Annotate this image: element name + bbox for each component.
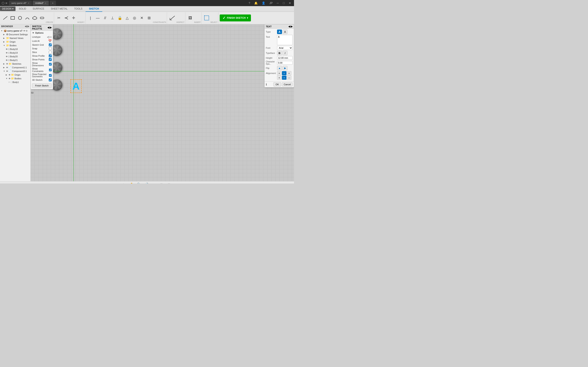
align-mid-center[interactable]: ≡	[282, 76, 286, 80]
origin2-vis[interactable]: 👁	[9, 74, 11, 76]
root-settings[interactable]: ⚙	[26, 30, 27, 32]
sketch-grid-checkbox[interactable]	[49, 43, 52, 46]
view-zoom-button[interactable]: 🔍	[136, 182, 142, 184]
viewport[interactable]: A 75 50 TOP X Z SKETCH PALETTE	[31, 24, 294, 181]
parallel-button[interactable]: //	[102, 16, 109, 21]
type-btn-2[interactable]: A	[283, 30, 287, 34]
body21-vis[interactable]: 👁	[6, 59, 8, 61]
arc-tool-button[interactable]	[24, 16, 31, 20]
view-grid-button[interactable]: ⊞▾	[159, 182, 165, 184]
slice-checkbox[interactable]	[49, 51, 52, 54]
tab-sheet-metal[interactable]: SHEET METAL	[48, 6, 71, 12]
palette-options-title[interactable]: ▼ Options	[32, 32, 52, 34]
tangent-button[interactable]: ◎	[131, 15, 138, 21]
view-orbit-menu[interactable]: ⊕▾	[121, 182, 127, 184]
3d-sketch-checkbox[interactable]	[49, 78, 52, 81]
type-btn-1[interactable]: A	[277, 30, 282, 34]
show-dimensions-checkbox[interactable]	[49, 63, 52, 66]
tree-sketches[interactable]: ▶ 👁 📁 Sketches	[0, 62, 30, 66]
tree-body21[interactable]: 👁 □ Body21	[0, 58, 30, 62]
text-input-field[interactable]: A	[277, 35, 293, 45]
perp-button[interactable]: ⊥	[109, 15, 116, 21]
tab-solid[interactable]: SOLID	[16, 6, 29, 12]
align-mid-left[interactable]: ≡	[277, 76, 282, 80]
lock-button[interactable]: 🔒	[116, 15, 123, 21]
align-top-left[interactable]: ≡	[277, 71, 282, 75]
circle-tool-button[interactable]	[16, 16, 24, 20]
tree-body20[interactable]: 👁 □ Body20	[0, 55, 30, 58]
view-pan-button[interactable]: ✋	[129, 182, 135, 184]
tab1-close-icon[interactable]: ✕	[28, 2, 29, 4]
view-zoom-menu[interactable]: 🔎▾	[144, 182, 151, 184]
font-select[interactable]: Arial	[277, 46, 293, 50]
show-projected-checkbox[interactable]	[49, 74, 52, 77]
slot-tool-button[interactable]	[38, 16, 46, 20]
root-eye[interactable]: 👁	[23, 30, 25, 32]
align-top-center[interactable]: ≡	[282, 71, 286, 75]
help-button[interactable]: ?	[247, 1, 251, 5]
tree-root[interactable]: ▼ 📦 sorry game v7 👁 ⚙	[0, 29, 30, 33]
tree-body19[interactable]: 👁 □ Body19	[0, 51, 30, 55]
palette-expand-icon[interactable]: ▶	[50, 26, 52, 29]
tree-origin-2[interactable]: ▶ 👁 📁 Origin	[0, 73, 30, 77]
line-tool-button[interactable]	[2, 16, 9, 21]
browser-expand-icon[interactable]: ▶	[27, 25, 29, 28]
tree-body18[interactable]: 👁 □ Body18	[0, 47, 30, 51]
design-mode-button[interactable]: DESIGN ▾	[0, 7, 16, 11]
tree-body1[interactable]: 👁 □ Body1	[0, 80, 30, 84]
sketches-vis[interactable]: 👁	[6, 63, 8, 65]
text-panel-collapse[interactable]: ◀	[288, 25, 290, 28]
show-points-checkbox[interactable]	[49, 58, 52, 61]
select-button[interactable]	[203, 15, 210, 21]
coincident-button[interactable]: |	[87, 16, 94, 21]
polygon-tool-button[interactable]	[31, 16, 38, 20]
tree-document-settings[interactable]: ▶ ⚙ Document Settings	[0, 33, 30, 36]
tab-tools[interactable]: TOOLS	[71, 6, 86, 12]
body18-vis[interactable]: 👁	[6, 48, 8, 50]
view-display-button[interactable]: □▾	[153, 182, 158, 184]
tree-component1[interactable]: ▶ 👁 📄 Component1:1	[0, 66, 30, 69]
extend-tool-button[interactable]	[63, 16, 70, 20]
align-mid-right[interactable]: —	[287, 76, 291, 80]
tab2-close-icon[interactable]: ✕	[45, 2, 46, 4]
linetype-dashed-icon[interactable]: ○	[50, 35, 52, 39]
tree-bodies-2[interactable]: ▼ 👁 📁 Bodies	[0, 77, 30, 80]
view-layout-button[interactable]: ⊟▾	[167, 182, 173, 184]
palette-collapse-icon[interactable]: ◀	[47, 26, 49, 29]
move-tool-button[interactable]: ✛	[70, 15, 77, 21]
maximize-button[interactable]: □	[282, 1, 286, 5]
tab-sketch[interactable]: SKETCH	[86, 6, 102, 12]
measure-button[interactable]	[168, 15, 176, 21]
close-button[interactable]: ✕	[287, 1, 292, 5]
image-insert-button[interactable]: 🖼	[187, 16, 194, 21]
collinear-button[interactable]: —	[94, 16, 102, 21]
cancel-button[interactable]: Cancel	[282, 82, 293, 86]
height-input[interactable]	[277, 56, 293, 60]
midpoint-button[interactable]: ⊞	[146, 15, 153, 21]
flip-vertical-button[interactable]: ▲	[277, 66, 282, 70]
snap-checkbox[interactable]	[49, 47, 52, 50]
user-initials-button[interactable]: JP	[268, 1, 274, 5]
look-at-icon[interactable]: 📅	[48, 39, 52, 43]
bodies2-vis[interactable]: 👁	[9, 77, 11, 80]
show-constraints-checkbox[interactable]	[49, 68, 52, 71]
rect-tool-button[interactable]	[9, 16, 16, 20]
italic-button[interactable]: I	[283, 51, 287, 55]
show-profile-checkbox[interactable]	[49, 54, 52, 57]
body1-vis[interactable]: 👁	[8, 81, 10, 83]
text-panel-expand[interactable]: ▶	[291, 25, 293, 28]
finish-sketch-palette-button[interactable]: Finish Sketch	[32, 83, 52, 88]
tab-surface[interactable]: SURFACE	[29, 6, 48, 12]
ok-button[interactable]: OK	[273, 82, 281, 86]
comp3-vis[interactable]: 👁	[6, 70, 8, 72]
trim-tool-button[interactable]: ✂	[55, 15, 63, 21]
equal-button[interactable]: △	[123, 15, 131, 21]
minimize-button[interactable]: ─	[276, 1, 280, 5]
comp1-vis[interactable]: 👁	[6, 67, 8, 69]
char-spacing-input[interactable]	[277, 61, 293, 65]
tree-origin-1[interactable]: ▶ 📁 Origin	[0, 40, 30, 44]
bold-button[interactable]: B	[277, 51, 282, 55]
body20-vis[interactable]: 👁	[6, 55, 8, 58]
add-tab-button[interactable]: +	[50, 1, 56, 6]
flip-horizontal-button[interactable]: ▶	[283, 66, 287, 70]
